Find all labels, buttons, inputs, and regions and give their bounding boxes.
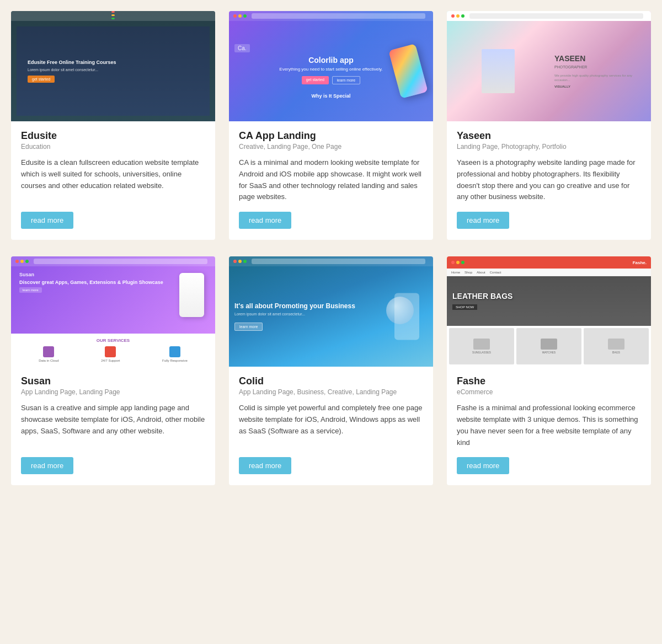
fashe-product-grid: SUNGLASSES WATCHES BAGS [447,326,651,367]
fashe-product-img-1 [473,339,490,350]
dot-yellow [111,14,115,16]
card-body-edusite: Edusite Education Edusite is a clean ful… [11,121,215,240]
card-body-yaseen: Yaseen Landing Page, Photography, Portfo… [447,121,651,240]
mock-edusite-cta: get started [28,76,55,83]
fashe-product-1: SUNGLASSES [449,328,514,364]
card-desc-ca: CA is a minimal and modern looking websi… [239,157,423,203]
yaseen-desc: We provide high quality photography serv… [554,73,645,83]
fashe-nav: Home Shop About Contact [447,269,651,276]
card-title-colid: Colid [239,375,423,387]
card-tags-susan: App Landing Page, Landing Page [21,388,205,396]
ca-btn1: get started [302,76,329,84]
fashe-hero-content: LEATHER BAGS SHOP NOW [452,292,512,310]
fashe-hero: LEATHER BAGS SHOP NOW [447,276,651,326]
read-more-button-ca[interactable]: read more [239,212,291,229]
susan-services-title: OUR SERVICES [18,338,209,343]
card-image-colid: It's all about Promoting your Business L… [229,256,433,367]
fashe-product-3: BAGS [584,328,649,364]
card-body-susan: Susan App Landing Page, Landing Page Sus… [11,367,215,485]
card-fashe: Fashe. Home Shop About Contact LEATHER B… [447,256,651,485]
dot-yellow [20,260,24,263]
card-tags-yaseen: Landing Page, Photography, Portfolio [457,143,641,151]
dot-red [451,261,455,264]
url-bar [252,13,425,19]
dot-green [461,261,465,264]
card-desc-edusite: Edusite is a clean fullscreen education … [21,157,205,203]
fashe-product-label-2: WATCHES [541,351,557,354]
fashe-product-1-inner: SUNGLASSES [472,339,491,354]
mock-edusite-text: Lorem ipsum dolor sit amet consectetur..… [28,67,98,72]
ca-special: Why is It Special [311,93,350,99]
colid-body: It's all about Promoting your Business L… [229,266,433,367]
card-tags-edusite: Education [21,143,205,151]
susan-service-icon-1 [43,346,54,357]
card-tags-ca: Creative, Landing Page, One Page [239,143,423,151]
dot-green [111,18,115,19]
yaseen-visually: VISUALLY [554,85,645,88]
dot-red [451,14,455,18]
card-colid: It's all about Promoting your Business L… [229,256,433,485]
ca-logo: Ca. [234,44,250,52]
dot-red [233,14,237,18]
card-image-susan: Susan Discover great Apps, Games, Extens… [11,256,215,367]
colid-header [229,256,433,266]
mock-edusite-title: Edusite Free Online Training Courses [28,60,116,65]
card-ca-app: Ca. Colorlib app Everything you need to … [229,11,433,240]
ca-phone [388,44,428,99]
yaseen-body: YASEEN PHOTOGRAPHER We provide high qual… [447,21,651,121]
fashe-shop-now: SHOP NOW [452,304,477,310]
read-more-button-colid[interactable]: read more [239,457,291,474]
card-desc-yaseen: Yaseen is a photography website landing … [457,157,641,203]
read-more-button-yaseen[interactable]: read more [457,212,509,229]
yaseen-left [447,21,549,121]
yaseen-name: YASEEN [554,54,645,63]
susan-service-2: 24/7 Support [101,346,120,362]
card-desc-fashe: Fashe is a minimal and professional look… [457,402,641,448]
dot-green [25,260,29,263]
url-bar [34,259,207,264]
url-bar [469,13,643,19]
ca-mock-title: Colorlib app [308,56,354,65]
ca-mock-sub: Everything you need to start selling onl… [279,67,382,72]
card-yaseen: YASEEN PHOTOGRAPHER We provide high qual… [447,11,651,240]
card-image-yaseen: YASEEN PHOTOGRAPHER We provide high qual… [447,11,651,121]
dot-yellow [238,260,242,263]
card-image-edusite: Edusite Free Online Training Courses Lor… [11,11,215,121]
yaseen-header [447,11,651,21]
fashe-header: Fashe. [447,256,651,269]
dot-red [233,260,237,263]
card-tags-fashe: eCommerce [457,388,641,396]
card-tags-colid: App Landing Page, Business, Creative, La… [239,388,423,396]
dot-green [243,14,247,18]
colid-phone [394,293,419,340]
dot-yellow [238,14,242,18]
susan-service-label-3: Fully Responsive [162,359,188,362]
fashe-product-label-3: BAGS [608,351,624,354]
card-desc-susan: Susan is a creative and simple app landi… [21,402,205,448]
card-title-edusite: Edusite [21,130,205,142]
read-more-button-susan[interactable]: read more [21,457,73,474]
card-susan: Susan Discover great Apps, Games, Extens… [11,256,215,485]
card-edusite: Edusite Free Online Training Courses Lor… [11,11,215,240]
fashe-nav-contact: Contact [490,271,501,274]
url-bar [252,259,425,264]
card-title-ca: CA App Landing [239,130,423,142]
fashe-hero-title: LEATHER BAGS [452,292,512,300]
fashe-nav-home: Home [451,271,460,274]
susan-service-icon-3 [169,346,180,357]
ca-buttons: get started learn more [302,76,361,84]
dot-red [111,11,115,13]
fashe-product-2: WATCHES [516,328,581,364]
read-more-button-fashe[interactable]: read more [457,457,509,474]
dot-yellow [456,261,460,264]
card-image-fashe: Fashe. Home Shop About Contact LEATHER B… [447,256,651,367]
susan-header [11,256,215,266]
card-title-susan: Susan [21,375,205,387]
colid-cta: learn more [234,323,263,331]
yaseen-tagline: PHOTOGRAPHER [554,65,645,69]
read-more-button-edusite[interactable]: read more [21,212,73,229]
fashe-logo: Fashe. [633,260,647,265]
fashe-product-2-inner: WATCHES [541,339,557,354]
yaseen-portrait [482,49,515,93]
susan-phone [179,273,204,317]
